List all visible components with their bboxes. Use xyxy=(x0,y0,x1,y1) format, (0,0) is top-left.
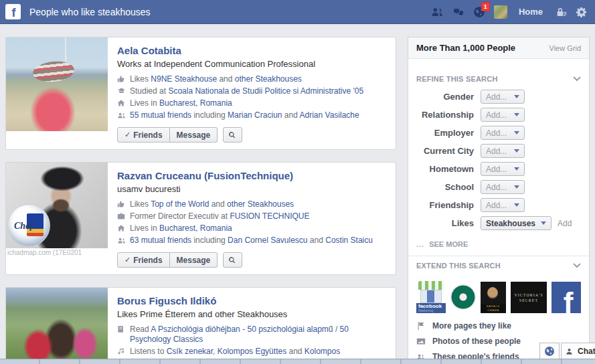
photos-icon xyxy=(416,337,427,346)
friends-button[interactable]: ✓Friends xyxy=(117,127,170,143)
detail-link[interactable]: Csík zenekar xyxy=(167,347,213,356)
detail-link[interactable]: Bucharest, Romania xyxy=(159,223,232,233)
filter-row: RelationshipAdd... xyxy=(416,108,581,122)
music-icon xyxy=(117,347,126,355)
friend-requests-icon[interactable] xyxy=(431,6,444,17)
filter-row: Current CityAdd... xyxy=(416,144,581,158)
extend-section-header: EXTEND THIS SEARCH xyxy=(408,256,589,276)
chevron-down-icon[interactable] xyxy=(573,76,581,82)
person-name-link[interactable]: Razvan Cruceanu (FusionTechnique) xyxy=(117,170,293,181)
filter-employer-select[interactable]: Add... xyxy=(481,126,525,140)
brand-victorias-secret[interactable]: VICTORIA'S SECRET xyxy=(511,282,547,313)
search-person-button[interactable] xyxy=(223,252,242,268)
person-name-link[interactable]: Borus Figusch Ildikó xyxy=(117,295,216,306)
search-person-button[interactable] xyxy=(223,127,242,143)
card-actions: ✓FriendsMessage xyxy=(117,252,385,268)
refine-section-header: REFINE THIS SEARCH xyxy=(408,70,589,90)
filter-relationship-select[interactable]: Add... xyxy=(481,108,525,122)
results-header: More Than 1,000 People View Grid xyxy=(408,37,589,59)
detail-link[interactable]: 55 mutual friends xyxy=(130,110,191,120)
detail-link[interactable]: FUSION TECHNIQUE xyxy=(230,211,309,221)
filter-likes-select[interactable]: Steakhouses xyxy=(481,216,551,230)
education-icon xyxy=(117,87,126,95)
detail-link[interactable]: Bucharest, Romania xyxy=(159,98,232,108)
filter-row: HometownAdd... xyxy=(416,162,581,176)
detail-row: Listens to Csík zenekar, Kolompos Együtt… xyxy=(117,347,385,357)
home-icon xyxy=(117,99,126,107)
chat-label: Chat xyxy=(578,347,595,356)
detail-link[interactable]: Kolompos Együttes xyxy=(218,347,286,356)
facebook-logo[interactable]: f xyxy=(5,4,21,19)
briefcase-icon xyxy=(117,212,126,220)
message-button[interactable]: Message xyxy=(170,252,218,268)
extend-header-label: EXTEND THIS SEARCH xyxy=(416,262,501,270)
chevron-down-icon xyxy=(514,167,519,171)
profile-photo[interactable] xyxy=(6,288,108,364)
home-link[interactable]: Home xyxy=(519,7,543,17)
detail-link[interactable]: N9NE Steakhouse xyxy=(151,74,217,84)
extend-link-more-pages-they-like[interactable]: More pages they like xyxy=(416,321,581,331)
detail-link[interactable]: other Steakhouses xyxy=(227,199,294,209)
chevron-down-icon[interactable] xyxy=(573,263,581,268)
chevron-down-icon xyxy=(514,203,519,207)
filter-label-likes: Likes xyxy=(416,218,481,228)
privacy-shortcuts-icon[interactable] xyxy=(554,7,568,17)
profile-photo[interactable]: Chefichadmap.com (17E0201 xyxy=(6,163,108,274)
profile-photo[interactable] xyxy=(6,37,108,149)
detail-link[interactable]: other Steakhouses xyxy=(235,74,302,84)
person-card: Aela CotabitaWorks at Independent Commun… xyxy=(5,37,396,150)
filter-label-employer: Employer xyxy=(416,128,481,138)
brand-facebook[interactable]: f xyxy=(551,282,581,313)
brand-starbucks[interactable] xyxy=(450,284,476,310)
person-subtitle: Likes Prime Étterem and other Steakhouse… xyxy=(117,309,385,319)
filter-friendship-select[interactable]: Add... xyxy=(481,198,525,212)
brand-facebook-marketing[interactable]: facebookMarketing xyxy=(416,278,446,313)
detail-row: Lives in Bucharest, Romania xyxy=(117,98,385,108)
person-card: Borus Figusch IldikóLikes Prime Étterem … xyxy=(5,287,396,364)
chevron-down-icon xyxy=(514,113,519,116)
detail-link[interactable]: Kolompos xyxy=(305,347,340,356)
storefront-icon xyxy=(420,290,442,303)
detail-row: 55 mutual friends including Marian Craci… xyxy=(117,110,385,120)
filter-hometown-select[interactable]: Add... xyxy=(481,162,525,176)
filter-current-city-select[interactable]: Add... xyxy=(481,144,525,158)
chat-globe-tab[interactable] xyxy=(539,343,560,359)
detail-row: 63 mutual friends including Dan Cornel S… xyxy=(117,236,385,246)
detail-link[interactable]: A Pszichológia dióhéjban - 50 pszichológ… xyxy=(151,325,333,334)
settings-gear-icon[interactable] xyxy=(576,7,587,17)
detail-link[interactable]: Costin Staicu xyxy=(325,236,373,245)
detail-link[interactable]: Adrian Vasilache xyxy=(300,110,359,120)
person-card: Chefichadmap.com (17E0201Razvan Cruceanu… xyxy=(5,162,396,275)
detail-row: Read A Pszichológia dióhéjban - 50 pszic… xyxy=(117,325,385,345)
detail-link[interactable]: Dan Cornel Savulescu xyxy=(228,236,307,245)
brand-barack-obama[interactable]: BARACK OBAMA xyxy=(481,282,506,313)
storefront-awning xyxy=(418,281,444,290)
person-name-link[interactable]: Aela Cotabita xyxy=(117,45,181,56)
view-grid-link[interactable]: View Grid xyxy=(549,44,581,52)
page-title: People who like steakhouses xyxy=(29,7,431,17)
filter-gender-select[interactable]: Add... xyxy=(481,90,525,104)
filter-school-select[interactable]: Add... xyxy=(481,180,525,194)
detail-link[interactable]: Top of the World xyxy=(151,199,209,209)
detail-link[interactable]: Marian Craciun xyxy=(228,110,282,120)
photo-caption: ichadmap.com (17E0201 xyxy=(6,248,108,257)
detail-row: Likes Top of the World and other Steakho… xyxy=(117,199,385,209)
chef-badge: Chef xyxy=(7,204,50,247)
detail-link[interactable]: 63 mutual friends xyxy=(130,236,191,245)
results-list: Aela CotabitaWorks at Independent Commun… xyxy=(5,37,396,364)
message-button[interactable]: Message xyxy=(170,127,218,143)
brand-label: VICTORIA'S SECRET xyxy=(513,292,544,303)
chat-tab[interactable]: Chat xyxy=(561,343,595,359)
friends-icon xyxy=(117,236,126,244)
add-likes-link[interactable]: Add xyxy=(558,219,572,228)
notifications-globe-icon[interactable]: 1 xyxy=(473,6,485,18)
notification-badge: 1 xyxy=(481,2,490,11)
profile-avatar[interactable] xyxy=(494,5,507,19)
like-icon xyxy=(117,200,126,208)
detail-row: Studied at Scoala Nationala de Studii Po… xyxy=(117,86,385,96)
see-more-link[interactable]: ...SEE MORE xyxy=(408,234,589,256)
filter-row: LikesSteakhousesAdd xyxy=(416,216,581,230)
messages-icon[interactable] xyxy=(452,7,464,17)
friends-button[interactable]: ✓Friends xyxy=(117,252,170,268)
detail-link[interactable]: Scoala Nationala de Studii Politice si A… xyxy=(168,86,363,96)
